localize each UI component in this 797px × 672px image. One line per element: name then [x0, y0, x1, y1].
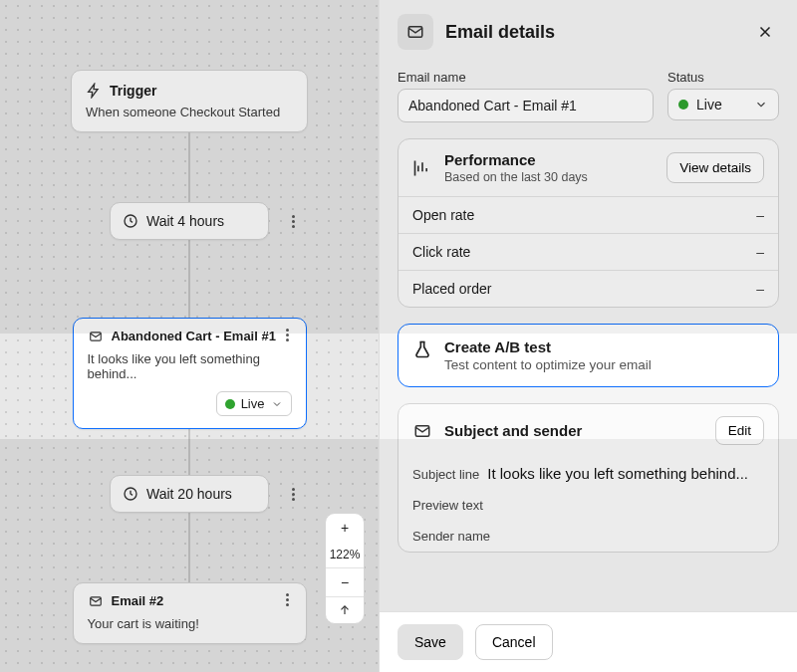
mail-icon [412, 422, 432, 440]
subject-line-label: Subject line [412, 467, 479, 482]
clock-icon [123, 213, 138, 229]
chevron-down-icon [754, 98, 768, 112]
subject-line-value: It looks like you left something behind.… [487, 465, 748, 482]
email-1-status[interactable]: Live [216, 391, 292, 416]
cancel-button[interactable]: Cancel [475, 624, 553, 660]
zoom-out-button[interactable]: − [326, 567, 364, 596]
trigger-desc: When someone Checkout Started [86, 105, 293, 119]
zoom-level: 122% [326, 542, 364, 567]
wait-2-menu[interactable] [279, 480, 307, 508]
zoom-controls: + 122% − [325, 513, 365, 624]
subject-sender-card: Subject and sender Edit Subject line It … [398, 403, 779, 553]
email-1-title: Abandoned Cart - Email #1 [112, 329, 276, 343]
trigger-node[interactable]: Trigger When someone Checkout Started [71, 70, 308, 132]
status-dot-icon [225, 399, 235, 409]
sender-name-label: Sender name [412, 529, 490, 544]
performance-card: Performance Based on the last 30 days Vi… [398, 138, 779, 308]
wait-label: Wait 4 hours [146, 213, 224, 229]
details-panel: Email details Email name Status Live [379, 0, 797, 672]
email-1-menu[interactable] [280, 329, 296, 341]
flask-icon [412, 338, 432, 360]
panel-title: Email details [445, 22, 739, 43]
flow-canvas[interactable]: Trigger When someone Checkout Started Wa… [0, 0, 379, 672]
close-button[interactable] [751, 18, 779, 46]
status-select[interactable]: Live [667, 89, 779, 120]
email-name-input[interactable] [398, 89, 654, 122]
subject-card-title: Subject and sender [444, 422, 582, 439]
performance-title: Performance [444, 151, 588, 168]
zoom-reset-button[interactable] [326, 596, 364, 623]
mail-icon [88, 330, 104, 343]
trigger-heading: Trigger [110, 83, 156, 99]
ab-test-title: Create A/B test [444, 338, 652, 355]
performance-subtitle: Based on the last 30 days [444, 170, 588, 184]
ab-test-subtitle: Test content to optimize your email [444, 357, 652, 372]
chart-icon [412, 158, 432, 178]
status-label: Status [667, 70, 779, 85]
chevron-down-icon [271, 398, 283, 410]
email-2-preview: Your cart is waiting! [88, 616, 292, 631]
mail-icon [88, 594, 104, 608]
wait-label: Wait 20 hours [146, 486, 232, 502]
lightning-icon [86, 83, 102, 99]
email-2-title: Email #2 [112, 593, 164, 608]
metric-click-rate: Click rate [412, 244, 470, 260]
email-2-menu[interactable] [280, 593, 296, 606]
metric-placed-order: Placed order [412, 281, 491, 297]
email-node-1[interactable]: Abandoned Cart - Email #1 It looks like … [73, 318, 307, 429]
email-node-2[interactable]: Email #2 Your cart is waiting! [73, 582, 307, 644]
edit-subject-button[interactable]: Edit [715, 416, 764, 445]
metric-open-rate: Open rate [412, 207, 474, 223]
preview-text-label: Preview text [412, 498, 483, 513]
wait-node-2[interactable]: Wait 20 hours [110, 475, 269, 513]
save-button[interactable]: Save [398, 624, 463, 660]
create-ab-test-button[interactable]: Create A/B test Test content to optimize… [398, 324, 779, 387]
view-details-button[interactable]: View details [666, 152, 764, 183]
status-dot-icon [678, 100, 688, 110]
panel-footer: Save Cancel [380, 611, 797, 672]
clock-icon [123, 486, 138, 502]
wait-node-1[interactable]: Wait 4 hours [110, 202, 269, 240]
zoom-in-button[interactable]: + [326, 514, 364, 542]
email-name-label: Email name [398, 70, 654, 85]
email-1-preview: It looks like you left something behind.… [88, 351, 292, 381]
mail-icon [398, 14, 433, 50]
wait-1-menu[interactable] [279, 207, 307, 235]
